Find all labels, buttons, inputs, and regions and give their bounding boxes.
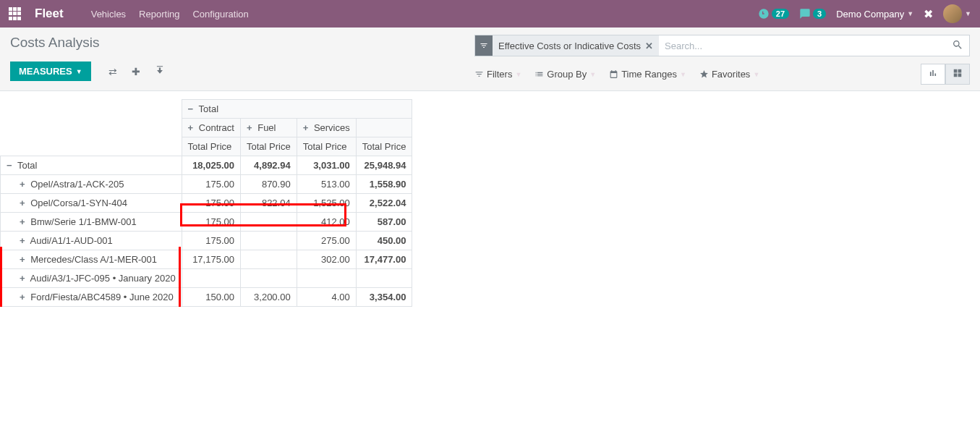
expand-all-button[interactable]: ✚ xyxy=(124,62,148,82)
pivot-cell[interactable]: 3,200.00 xyxy=(240,288,297,307)
expand-icon[interactable]: + xyxy=(247,122,252,133)
caret-down-icon: ▼ xyxy=(753,71,759,78)
expand-icon[interactable]: + xyxy=(20,179,25,190)
expand-icon[interactable]: + xyxy=(303,122,309,133)
pivot-cell[interactable] xyxy=(182,269,240,288)
pivot-cell[interactable]: 175.00 xyxy=(182,175,240,194)
col-label: Contract xyxy=(199,122,234,133)
pivot-cell[interactable]: 1,525.00 xyxy=(297,194,356,213)
row-header[interactable]: + Audi/A3/1-JFC-095 • January 2020 xyxy=(1,269,182,288)
expand-icon[interactable]: + xyxy=(20,216,25,227)
row-label: Mercedes/Class A/1-MER-001 xyxy=(30,254,157,265)
measure-header[interactable]: Total Price xyxy=(240,137,297,156)
page-title: Costs Analysis xyxy=(10,35,172,51)
company-selector[interactable]: Demo Company▼ xyxy=(836,9,913,20)
caret-down-icon: ▼ xyxy=(965,10,971,17)
pivot-view-button[interactable] xyxy=(945,64,970,85)
expand-icon[interactable]: + xyxy=(20,235,25,246)
pivot-cell[interactable] xyxy=(356,269,412,288)
pivot-cell[interactable] xyxy=(240,213,297,232)
pivot-cell[interactable]: 175.00 xyxy=(182,194,240,213)
measures-button[interactable]: MEASURES▼ xyxy=(10,62,91,81)
row-label: Total xyxy=(17,160,37,171)
collapse-icon[interactable]: − xyxy=(7,160,12,171)
debug-icon[interactable]: ✖ xyxy=(924,7,933,21)
pivot-cell[interactable] xyxy=(240,269,297,288)
pivot-cell[interactable]: 4,892.94 xyxy=(240,156,297,175)
row-header[interactable]: − Total xyxy=(1,156,182,175)
content-area: − Total + Contract + Fuel + Services Tot… xyxy=(0,91,980,307)
favorites-dropdown[interactable]: Favorites▼ xyxy=(699,69,759,80)
main-navbar: Fleet Vehicles Reporting Configuration 2… xyxy=(0,0,980,27)
search-icon[interactable] xyxy=(946,39,969,53)
timeranges-label: Time Ranges xyxy=(621,69,677,80)
table-row: + Bmw/Serie 1/1-BMW-001175.00412.00587.0… xyxy=(1,213,412,232)
view-switcher xyxy=(921,64,970,85)
expand-icon[interactable]: + xyxy=(20,273,25,284)
nav-reporting[interactable]: Reporting xyxy=(139,9,179,20)
timeranges-dropdown[interactable]: Time Ranges▼ xyxy=(609,69,686,80)
pivot-cell[interactable]: 175.00 xyxy=(182,232,240,250)
row-label: Bmw/Serie 1/1-BMW-001 xyxy=(30,216,136,227)
table-row: + Audi/A1/1-AUD-001175.00275.00450.00 xyxy=(1,232,412,250)
pivot-cell[interactable] xyxy=(297,269,356,288)
col-header-contract[interactable]: + Contract xyxy=(182,119,240,137)
row-header[interactable]: + Ford/Fiesta/ABC4589 • June 2020 xyxy=(1,288,182,307)
pivot-cell[interactable]: 275.00 xyxy=(297,232,356,250)
pivot-cell[interactable]: 412.00 xyxy=(297,213,356,232)
graph-view-button[interactable] xyxy=(921,64,945,85)
user-menu[interactable]: ▼ xyxy=(943,4,971,23)
pivot-cell[interactable]: 822.04 xyxy=(240,194,297,213)
pivot-cell[interactable]: 870.90 xyxy=(240,175,297,194)
groupby-dropdown[interactable]: Group By▼ xyxy=(534,69,596,80)
pivot-cell[interactable]: 302.00 xyxy=(297,250,356,269)
download-button[interactable] xyxy=(148,61,172,82)
row-header[interactable]: + Bmw/Serie 1/1-BMW-001 xyxy=(1,213,182,232)
col-header-services[interactable]: + Services xyxy=(297,119,356,137)
measure-header[interactable]: Total Price xyxy=(182,137,240,156)
filters-dropdown[interactable]: Filters▼ xyxy=(474,69,521,80)
measure-header[interactable]: Total Price xyxy=(297,137,356,156)
search-input[interactable] xyxy=(659,35,946,56)
caret-down-icon: ▼ xyxy=(76,68,82,75)
row-header[interactable]: + Opel/Astra/1-ACK-205 xyxy=(1,175,182,194)
chat-button[interactable]: 3 xyxy=(799,8,826,20)
active-filter-pill: Effective Costs or Indicative Costs✕ xyxy=(493,35,659,56)
pivot-cell[interactable]: 2,522.04 xyxy=(356,194,412,213)
pivot-cell[interactable]: 25,948.94 xyxy=(356,156,412,175)
measure-header[interactable]: Total Price xyxy=(356,137,412,156)
collapse-icon[interactable]: − xyxy=(188,103,194,114)
pivot-cell[interactable] xyxy=(240,250,297,269)
pivot-cell[interactable]: 3,031.00 xyxy=(297,156,356,175)
nav-configuration[interactable]: Configuration xyxy=(192,9,248,20)
col-header-fuel[interactable]: + Fuel xyxy=(240,119,297,137)
activity-count: 27 xyxy=(772,9,789,19)
pivot-cell[interactable] xyxy=(240,232,297,250)
pivot-cell[interactable]: 150.00 xyxy=(182,288,240,307)
col-total-header[interactable]: − Total xyxy=(182,100,412,119)
pivot-cell[interactable]: 4.00 xyxy=(297,288,356,307)
expand-icon[interactable]: + xyxy=(20,198,25,208)
pivot-cell[interactable]: 1,558.90 xyxy=(356,175,412,194)
expand-icon[interactable]: + xyxy=(20,254,25,265)
pivot-cell[interactable]: 175.00 xyxy=(182,213,240,232)
apps-icon[interactable] xyxy=(9,7,22,20)
remove-filter-icon[interactable]: ✕ xyxy=(645,41,653,51)
expand-icon[interactable]: + xyxy=(20,292,25,302)
row-header[interactable]: + Opel/Corsa/1-SYN-404 xyxy=(1,194,182,213)
pivot-cell[interactable]: 3,354.00 xyxy=(356,288,412,307)
activity-button[interactable]: 27 xyxy=(758,8,789,20)
pivot-cell[interactable]: 17,175.00 xyxy=(182,250,240,269)
row-header[interactable]: + Audi/A1/1-AUD-001 xyxy=(1,232,182,250)
pivot-cell[interactable]: 18,025.00 xyxy=(182,156,240,175)
row-label: Ford/Fiesta/ABC4589 • June 2020 xyxy=(30,292,174,302)
row-header[interactable]: + Mercedes/Class A/1-MER-001 xyxy=(1,250,182,269)
pivot-cell[interactable]: 513.00 xyxy=(297,175,356,194)
expand-icon[interactable]: + xyxy=(188,122,194,133)
app-brand[interactable]: Fleet xyxy=(35,7,64,21)
pivot-cell[interactable]: 17,477.00 xyxy=(356,250,412,269)
nav-vehicles[interactable]: Vehicles xyxy=(91,9,126,20)
flip-axis-button[interactable]: ⇄ xyxy=(101,62,124,82)
pivot-cell[interactable]: 450.00 xyxy=(356,232,412,250)
pivot-cell[interactable]: 587.00 xyxy=(356,213,412,232)
